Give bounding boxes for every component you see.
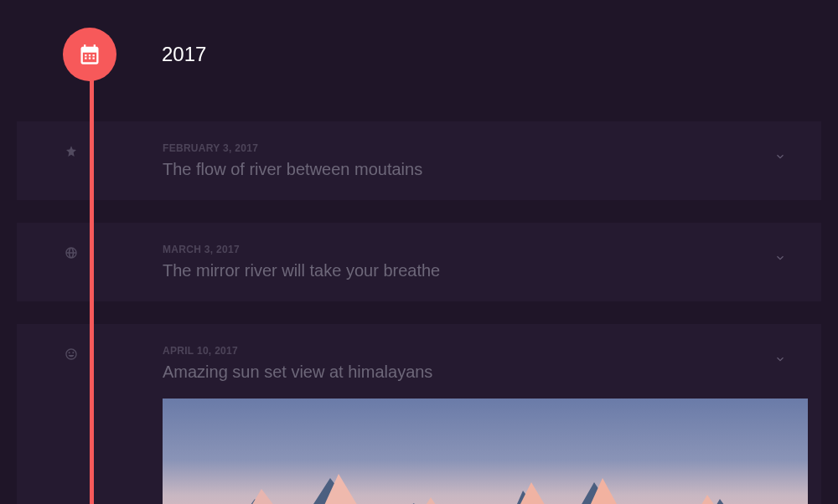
timeline-card[interactable]: MARCH 3, 2017 The mirror river will take… [17, 223, 821, 301]
expand-toggle[interactable] [773, 353, 788, 368]
timeline-card[interactable]: FEBRUARY 3, 2017 The flow of river betwe… [17, 121, 821, 200]
chevron-down-icon [774, 353, 786, 368]
expand-toggle[interactable] [773, 151, 788, 166]
card-title: The flow of river between moutains [163, 160, 769, 179]
chevron-down-icon [774, 151, 786, 166]
card-title: Amazing sun set view at himalayans [163, 363, 769, 382]
timeline-container: 2017 FEBRUARY 3, 2017 The flow of river … [0, 0, 838, 504]
timeline-year-label: 2017 [162, 43, 206, 66]
card-date: APRIL 10, 2017 [163, 345, 769, 357]
star-icon [63, 143, 80, 160]
timeline-vertical-line [90, 80, 94, 504]
smile-icon [63, 346, 80, 363]
globe-icon [63, 244, 80, 261]
svg-rect-0 [163, 399, 808, 504]
card-image: Himalayan [163, 399, 808, 504]
card-title: The mirror river will take your breathe [163, 261, 769, 280]
chevron-down-icon [774, 252, 786, 267]
timeline-card[interactable]: APRIL 10, 2017 Amazing sun set view at h… [17, 324, 821, 504]
expand-toggle[interactable] [773, 252, 788, 267]
timeline-cards: FEBRUARY 3, 2017 The flow of river betwe… [17, 121, 821, 504]
year-badge [63, 28, 116, 81]
card-date: FEBRUARY 3, 2017 [163, 142, 769, 154]
calendar-icon [78, 43, 101, 66]
timeline-year-header: 2017 [63, 25, 821, 84]
card-date: MARCH 3, 2017 [163, 244, 769, 255]
